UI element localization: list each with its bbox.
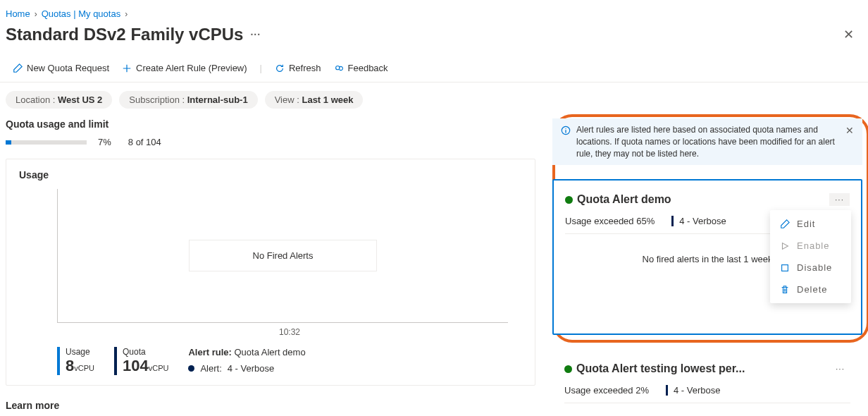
- svg-point-0: [335, 66, 339, 69]
- info-banner-text: Alert rules are listed here based on ass…: [576, 124, 840, 159]
- status-enabled-icon: [565, 196, 573, 204]
- alert-rule-label: Alert rule:: [188, 347, 231, 357]
- filter-subscription-value: Internal-sub-1: [187, 94, 248, 105]
- status-enabled-icon: [564, 365, 572, 373]
- alert-card-title-text: Quota Alert testing lowest per...: [576, 362, 745, 375]
- usage-card: Usage No Fired Alerts 10:32 Usage 8vCPU …: [6, 159, 535, 386]
- filter-subscription[interactable]: Subscription : Internal-sub-1: [119, 91, 257, 109]
- alert-severity-info: Alert: 4 - Verbose: [188, 363, 305, 374]
- alert-rule-value: Quota Alert demo: [234, 347, 305, 357]
- usage-count: 8 of 104: [128, 137, 161, 147]
- learn-more-heading: Learn more: [6, 400, 535, 411]
- create-alert-rule-button[interactable]: Create Alert Rule (Preview): [122, 63, 247, 73]
- quota-metric-unit: vCPU: [149, 364, 169, 372]
- quota-metric: Quota 104vCPU: [114, 347, 168, 375]
- usage-metric: Usage 8vCPU: [57, 347, 94, 375]
- filter-view[interactable]: View : Last 1 week: [265, 91, 364, 109]
- toolbar: New Quota Request Create Alert Rule (Pre…: [0, 59, 868, 82]
- no-fired-message: No fired alerts in the last 1 week: [564, 403, 850, 416]
- chart-xaxis-label: 10:32: [57, 327, 522, 337]
- usage-metric-label: Usage: [66, 347, 94, 357]
- menu-enable-label: Enable: [797, 240, 829, 251]
- refresh-icon: [275, 63, 285, 73]
- alert-card-more-button[interactable]: ··· Edit Enable Disable: [829, 193, 850, 206]
- alert-value: 4 - Verbose: [228, 363, 275, 374]
- svg-rect-2: [782, 265, 788, 271]
- usage-progress-bar: [6, 140, 87, 145]
- filter-view-label: View :: [275, 94, 302, 105]
- refresh-label: Refresh: [289, 63, 321, 73]
- alert-card-more-button[interactable]: ···: [830, 362, 850, 375]
- usage-bar-row: 7% 8 of 104: [6, 137, 535, 147]
- filter-location[interactable]: Location : West US 2: [6, 91, 112, 109]
- alert-label: Alert:: [200, 363, 221, 374]
- breadcrumb-home[interactable]: Home: [6, 8, 30, 19]
- edit-icon: [13, 63, 23, 73]
- menu-disable[interactable]: Disable: [770, 257, 851, 279]
- no-fired-alerts-box: No Fired Alerts: [189, 240, 378, 271]
- alert-card-title: Quota Alert testing lowest per...: [564, 362, 745, 375]
- filter-row: Location : West US 2 Subscription : Inte…: [0, 82, 868, 118]
- filter-view-value: Last 1 week: [302, 94, 353, 105]
- feedback-button[interactable]: Feedback: [334, 63, 388, 73]
- create-alert-label: Create Alert Rule (Preview): [136, 63, 247, 73]
- info-banner: Alert rules are listed here based on ass…: [552, 118, 862, 165]
- chevron-right-icon: ›: [35, 9, 37, 19]
- usage-chart: No Fired Alerts: [57, 189, 508, 323]
- alert-severity: 4 - Verbose: [671, 216, 726, 226]
- separator: |: [260, 63, 262, 73]
- close-button[interactable]: ✕: [835, 27, 862, 42]
- usage-percent: 7%: [98, 137, 111, 147]
- info-icon: [561, 126, 571, 135]
- filter-location-label: Location :: [16, 94, 58, 105]
- alert-severity: 4 - Verbose: [666, 385, 721, 396]
- plus-icon: [122, 63, 132, 73]
- quota-metric-value: 104: [123, 357, 149, 374]
- new-quota-request-button[interactable]: New Quota Request: [13, 63, 109, 73]
- filter-location-value: West US 2: [58, 94, 102, 105]
- menu-disable-label: Disable: [797, 262, 832, 273]
- edit-icon: [780, 219, 790, 229]
- usage-metric-unit: vCPU: [74, 364, 94, 372]
- alert-usage-threshold: Usage exceeded 2%: [564, 385, 649, 396]
- new-quota-label: New Quota Request: [27, 63, 109, 73]
- feedback-label: Feedback: [348, 63, 388, 73]
- alert-card-quota-testing[interactable]: Quota Alert testing lowest per... ··· Us…: [552, 349, 862, 416]
- trash-icon: [780, 285, 790, 295]
- filter-subscription-label: Subscription :: [129, 94, 187, 105]
- breadcrumb-quotas[interactable]: Quotas | My quotas: [42, 8, 121, 19]
- page-title: Standard DSv2 Family vCPUs: [6, 25, 243, 44]
- usage-card-title: Usage: [19, 169, 522, 181]
- alert-card-title: Quota Alert demo: [565, 193, 671, 206]
- menu-enable: Enable: [770, 235, 851, 257]
- stop-icon: [780, 263, 790, 273]
- page-title-bar: Standard DSv2 Family vCPUs ··· ✕: [0, 22, 868, 59]
- alert-card-quota-demo[interactable]: Quota Alert demo ··· Edit Enable: [552, 179, 862, 335]
- quota-metric-label: Quota: [123, 347, 168, 357]
- menu-edit[interactable]: Edit: [770, 213, 851, 235]
- quota-usage-title: Quota usage and limit: [6, 118, 535, 130]
- menu-edit-label: Edit: [797, 219, 815, 229]
- alert-context-menu: Edit Enable Disable Delete: [770, 210, 851, 303]
- feedback-icon: [334, 63, 344, 73]
- menu-delete[interactable]: Delete: [770, 279, 851, 300]
- menu-delete-label: Delete: [797, 284, 828, 295]
- alert-card-title-text: Quota Alert demo: [577, 193, 671, 206]
- refresh-button[interactable]: Refresh: [275, 63, 321, 73]
- play-icon: [780, 241, 790, 251]
- alert-rule-info: Alert rule: Quota Alert demo: [188, 347, 305, 357]
- title-more-button[interactable]: ···: [250, 29, 261, 40]
- alert-usage-threshold: Usage exceeded 65%: [565, 216, 655, 226]
- usage-metric-value: 8: [66, 357, 74, 374]
- breadcrumb: Home › Quotas | My quotas ›: [0, 0, 868, 22]
- severity-dot-icon: [188, 365, 194, 372]
- chevron-right-icon: ›: [125, 9, 128, 19]
- usage-progress-fill: [6, 140, 11, 145]
- dismiss-banner-button[interactable]: ✕: [845, 124, 854, 138]
